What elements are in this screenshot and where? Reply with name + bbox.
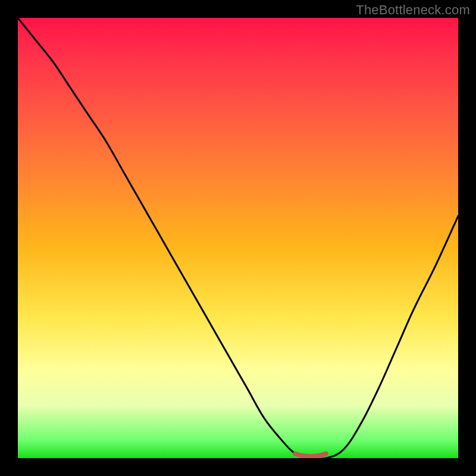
optimal-range-path xyxy=(295,454,326,457)
bottleneck-curve-path xyxy=(18,18,458,458)
watermark-text: TheBottleneck.com xyxy=(356,2,470,18)
curve-layer xyxy=(18,18,458,458)
plot-area xyxy=(18,18,458,458)
chart-frame: TheBottleneck.com xyxy=(0,0,476,476)
